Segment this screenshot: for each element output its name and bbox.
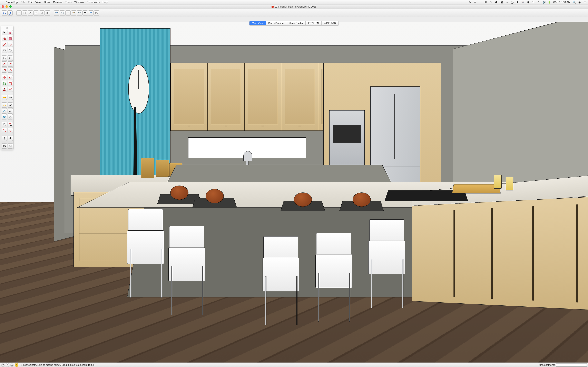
- scene-tab-main-view[interactable]: Main View: [250, 21, 266, 25]
- spotlight-icon[interactable]: 🔍: [572, 1, 576, 4]
- view-front-button[interactable]: [28, 10, 33, 16]
- tool-pie[interactable]: [2, 67, 7, 73]
- tool-zoom[interactable]: [2, 122, 7, 127]
- menu-draw[interactable]: Draw: [44, 1, 50, 4]
- warning-button[interactable]: !: [15, 363, 18, 367]
- tool-look-around[interactable]: [2, 143, 7, 149]
- tool-offset[interactable]: [8, 81, 13, 86]
- square-icon[interactable]: ▣: [500, 1, 503, 4]
- menu-tools[interactable]: Tools: [65, 1, 71, 4]
- circle-icon[interactable]: ◯: [511, 1, 514, 4]
- model-viewport[interactable]: [0, 22, 588, 363]
- tool-rotate[interactable]: [8, 75, 13, 80]
- view-iso-button[interactable]: [16, 10, 22, 16]
- scene-tab-wine-bar[interactable]: WINE BAR: [321, 21, 338, 25]
- tool-push-pull[interactable]: [2, 87, 7, 92]
- undo-button[interactable]: [2, 10, 7, 16]
- tool-eraser[interactable]: [8, 30, 13, 35]
- tool-freehand[interactable]: [8, 42, 13, 47]
- window-close-button[interactable]: [2, 5, 4, 8]
- flame-icon[interactable]: ♨: [489, 1, 493, 4]
- menu-help[interactable]: Help: [103, 1, 108, 4]
- cloud-icon[interactable]: ⌒: [479, 1, 482, 4]
- notification-center-icon[interactable]: ☰: [583, 1, 586, 4]
- menu-window[interactable]: Window: [74, 1, 84, 4]
- tool-rectangle[interactable]: [2, 48, 7, 53]
- tool-rotated-rectangle[interactable]: [8, 48, 13, 53]
- wifi-icon[interactable]: ⌔: [537, 1, 540, 4]
- scene-tab-plan-raster[interactable]: Plan - Raster: [286, 21, 306, 25]
- tool-two-point-arc[interactable]: [8, 61, 13, 67]
- evernote-icon[interactable]: ✸: [516, 1, 519, 4]
- dropbox-icon[interactable]: ⧈: [474, 1, 477, 4]
- tool-polygon[interactable]: [8, 55, 13, 61]
- tool-select[interactable]: [2, 30, 7, 35]
- svg-rect-6: [9, 32, 11, 34]
- timemachine-icon[interactable]: ↻: [532, 1, 535, 4]
- style-xray-button[interactable]: [82, 10, 88, 16]
- palette-grip-icon[interactable]: [6, 27, 8, 29]
- tool-arc[interactable]: [2, 61, 7, 67]
- tool-dimension[interactable]: [8, 95, 13, 100]
- window-maximize-button[interactable]: [9, 5, 12, 8]
- menu-file[interactable]: File: [21, 1, 25, 4]
- tool-palette[interactable]: A¹A: [1, 26, 13, 150]
- tool-circle[interactable]: [2, 55, 7, 61]
- volume-icon[interactable]: 🔊: [543, 1, 546, 4]
- tool-follow-me[interactable]: [8, 87, 13, 92]
- siri-icon[interactable]: ◉: [578, 1, 581, 4]
- scene-tab-kitchen[interactable]: KITCHEN: [306, 21, 321, 25]
- tool-walk[interactable]: [8, 136, 13, 141]
- view-left-button[interactable]: [39, 10, 44, 16]
- credits-button[interactable]: ©: [6, 363, 9, 367]
- window-minimize-button[interactable]: [6, 5, 8, 8]
- profile-button[interactable]: ☺: [10, 363, 14, 367]
- scene-tab-plan-section[interactable]: Plan - Section: [266, 21, 286, 25]
- screencap-icon[interactable]: ⧉: [468, 1, 471, 4]
- tool-tape-measure[interactable]: [2, 95, 7, 100]
- tool-pan[interactable]: [8, 114, 13, 119]
- app-menu[interactable]: SketchUp: [6, 1, 18, 4]
- menu-edit[interactable]: Edit: [28, 1, 33, 4]
- redo-button[interactable]: [7, 10, 13, 16]
- tool-3-point-arc[interactable]: [8, 67, 13, 73]
- hat-icon[interactable]: ☗: [495, 1, 498, 4]
- model-glass: [494, 175, 502, 189]
- menu-camera[interactable]: Camera: [53, 1, 62, 4]
- record-icon[interactable]: ◉: [527, 1, 530, 4]
- tool-protractor[interactable]: [2, 102, 7, 108]
- view-back-button[interactable]: [34, 10, 39, 16]
- view-right-button[interactable]: [45, 10, 50, 16]
- tool-text[interactable]: A¹: [8, 102, 13, 108]
- style-transparency-button[interactable]: [94, 10, 99, 16]
- menu-extensions[interactable]: Extensions: [86, 1, 100, 4]
- infinity-icon[interactable]: ∞: [505, 1, 509, 4]
- battery-icon[interactable]: 🔋: [548, 1, 551, 4]
- style-texture-button[interactable]: [71, 10, 76, 16]
- view-top-button[interactable]: [22, 10, 27, 16]
- glasses-icon[interactable]: 👓: [521, 1, 525, 4]
- tool-zoom-extents[interactable]: [2, 128, 7, 133]
- tool-position-camera[interactable]: [2, 136, 7, 141]
- tool-paint-bucket[interactable]: [2, 36, 7, 41]
- tool-orbit[interactable]: [2, 114, 7, 119]
- style-hidden-button[interactable]: [65, 10, 71, 16]
- one-icon[interactable]: ①: [484, 1, 487, 4]
- tool-move[interactable]: [2, 75, 7, 80]
- tool-line[interactable]: [2, 42, 7, 47]
- style-mono-button[interactable]: [77, 10, 82, 16]
- tool-materials[interactable]: [8, 36, 13, 41]
- tool-axes[interactable]: [2, 108, 7, 114]
- tool-previous-view[interactable]: [8, 128, 13, 133]
- style-wire-button[interactable]: [60, 10, 65, 16]
- menubar-clock[interactable]: Wed 10:00 AM: [553, 1, 571, 4]
- tool-zoom-window[interactable]: [8, 122, 13, 127]
- measurements-input[interactable]: [556, 363, 587, 367]
- menu-view[interactable]: View: [35, 1, 41, 4]
- tool-3d-text[interactable]: A: [8, 108, 13, 114]
- geolocation-button[interactable]: ?: [1, 363, 5, 367]
- style-shaded-button[interactable]: [54, 10, 59, 16]
- tool-section-plane[interactable]: [8, 143, 13, 149]
- style-back-edges-button[interactable]: [88, 10, 94, 16]
- tool-scale[interactable]: [2, 81, 7, 86]
